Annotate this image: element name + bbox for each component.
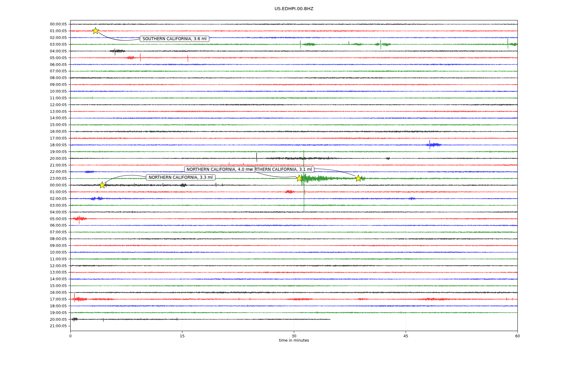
row-label: 09:00:05 [50, 243, 67, 248]
annotation-connector [255, 172, 296, 177]
row-label: 20:00:05 [50, 156, 67, 161]
grid-layer [182, 20, 406, 331]
row-label: 11:00:05 [50, 96, 67, 100]
event-northern-california-4_0: NORTHERN CALIFORNIA, 4.0 mw [184, 167, 255, 172]
event-southern-california-3_6: SOUTHERN CALIFORNIA, 3.6 ml [140, 36, 209, 42]
row-label: 21:00:05 [50, 163, 67, 167]
row-label: 06:00:05 [50, 223, 67, 228]
row-label: 15:00:05 [50, 284, 67, 288]
row-label: 20:00:05 [50, 317, 67, 322]
row-label: 16:00:05 [50, 129, 67, 134]
trace-row-24-00:00:05 [70, 182, 518, 187]
row-label: 05:00:05 [50, 56, 67, 60]
x-tick-label: 15 [180, 334, 185, 338]
row-label: 01:00:05 [50, 29, 67, 33]
row-label: 07:00:05 [50, 230, 67, 234]
event-northern-california-3_3: NORTHERN CALIFORNIA, 3.3 ml [146, 174, 215, 180]
row-label: 18:00:05 [50, 304, 67, 308]
trace-row-19-19:00:05 [70, 151, 518, 153]
x-tick-label: 0 [69, 334, 72, 338]
trace-row-4-04:00:05 [70, 49, 518, 56]
row-label: 11:00:05 [50, 257, 67, 261]
annotation-text: NORTHERN CALIFORNIA, 3.1 ml [248, 167, 312, 172]
trace-row-10-10:00:05 [70, 91, 518, 92]
event-star-icon [99, 182, 106, 188]
row-label: 18:00:05 [50, 143, 67, 147]
row-label: 17:00:05 [50, 136, 67, 140]
event-northern-california-3_1: NORTHERN CALIFORNIA, 3.1 ml [246, 167, 314, 172]
row-label: 14:00:05 [50, 116, 67, 120]
row-label: 03:00:05 [50, 42, 67, 47]
annotation-connector [105, 175, 146, 183]
trace-row-11-11:00:05 [70, 97, 518, 99]
annotation-text: SOUTHERN CALIFORNIA, 3.6 ml [142, 36, 206, 41]
row-label: 13:00:05 [50, 270, 67, 274]
row-label: 08:00:05 [50, 76, 67, 80]
trace-row-40-16:00:05 [70, 292, 518, 293]
trace-row-39-15:00:05 [70, 285, 518, 286]
trace-row-21-21:00:05 [70, 163, 518, 166]
row-label: 19:00:05 [50, 311, 67, 315]
trace-row-8-08:00:05 [70, 77, 518, 79]
trace-row-36-12:00:05 [70, 265, 518, 266]
row-label: 03:00:05 [50, 203, 67, 208]
seismogram-figure: US.EDHPI.00.BHZ 00:00:0501:00:0502:00:05… [0, 0, 588, 368]
trace-row-26-02:00:05 [70, 197, 518, 201]
axis-layer: 00:00:0501:00:0502:00:0503:00:0504:00:05… [50, 20, 520, 338]
row-label: 23:00:05 [50, 176, 67, 181]
trace-row-12-12:00:05 [70, 104, 518, 105]
row-label: 09:00:05 [50, 82, 67, 87]
row-label: 06:00:05 [50, 63, 67, 67]
row-label: 04:00:05 [50, 210, 67, 214]
row-label: 12:00:05 [50, 264, 67, 268]
annotation-text: NORTHERN CALIFORNIA, 4.0 mw [187, 167, 253, 172]
trace-row-28-04:00:05 [70, 211, 518, 213]
row-label: 00:00:05 [50, 22, 67, 26]
row-label: 17:00:05 [50, 297, 67, 301]
row-label: 05:00:05 [50, 217, 67, 221]
trace-row-13-13:00:05 [70, 111, 518, 112]
row-label: 08:00:05 [50, 237, 67, 241]
trace-row-30-06:00:05 [70, 225, 518, 226]
row-label: 22:00:05 [50, 170, 67, 174]
row-label: 07:00:05 [50, 69, 67, 73]
plot-title: US.EDHPI.00.BHZ [274, 6, 313, 11]
trace-row-38-14:00:05 [70, 278, 518, 280]
row-label: 12:00:05 [50, 103, 67, 107]
trace-row-17-17:00:05 [70, 137, 518, 139]
row-label: 10:00:05 [50, 89, 67, 94]
annotation-text: NORTHERN CALIFORNIA, 3.3 ml [149, 175, 213, 180]
row-label: 16:00:05 [50, 290, 67, 295]
row-label: 14:00:05 [50, 277, 67, 281]
trace-row-37-13:00:05 [70, 272, 518, 273]
row-label: 02:00:05 [50, 36, 67, 40]
event-star-icon [355, 175, 362, 182]
row-label: 19:00:05 [50, 150, 67, 154]
x-tick-label: 60 [515, 334, 520, 338]
row-label: 02:00:05 [50, 197, 67, 201]
row-label: 15:00:05 [50, 123, 67, 127]
annotation-connector [98, 32, 140, 40]
x-tick-label: 30 [292, 334, 296, 338]
row-label: 04:00:05 [50, 49, 67, 53]
event-star-icon [92, 27, 99, 34]
trace-row-44-20:00:05 [70, 317, 330, 322]
row-label: 10:00:05 [50, 250, 67, 255]
x-tick-label: 45 [403, 334, 408, 338]
row-label: 01:00:05 [50, 190, 67, 194]
helicorder-plot: US.EDHPI.00.BHZ 00:00:0501:00:0502:00:05… [0, 0, 588, 368]
annotation-connector [314, 169, 355, 176]
trace-row-43-19:00:05 [70, 311, 518, 313]
row-label: 00:00:05 [50, 183, 67, 187]
row-label: 13:00:05 [50, 109, 67, 114]
trace-row-34-10:00:05 [70, 251, 518, 253]
row-label: 21:00:05 [50, 324, 67, 328]
trace-row-15-15:00:05 [70, 124, 518, 126]
trace-row-27-03:00:05 [70, 205, 518, 206]
x-axis-label: time in minutes [279, 338, 309, 343]
